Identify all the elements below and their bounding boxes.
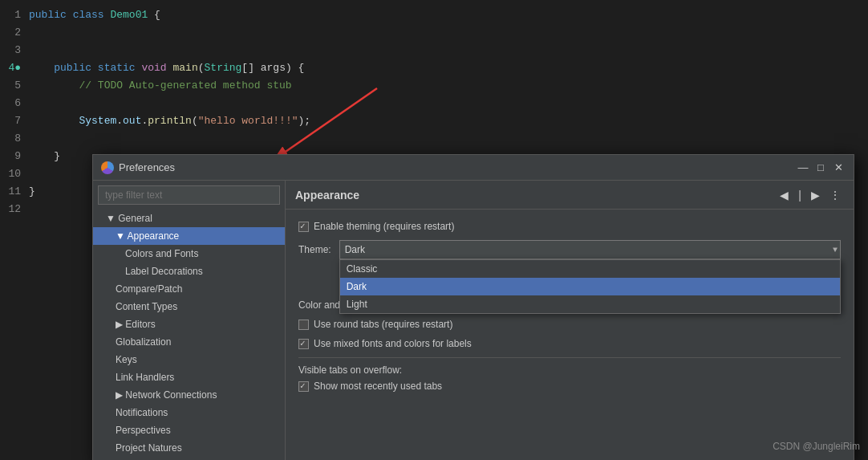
- mixed-fonts-row: Use mixed fonts and colors for labels: [298, 338, 841, 349]
- recent-tabs-label: Show most recently used tabs: [314, 381, 442, 392]
- enable-theming-row: Enable theming (requires restart): [298, 221, 841, 232]
- dialog-body: ▼ General ▼ Appearance Colors and Fonts …: [93, 181, 854, 460]
- theme-select-wrap: Dark ▼ Classic Dark Light: [339, 240, 841, 259]
- round-tabs-label: Use round tabs (requires restart): [314, 319, 452, 330]
- sidebar-item-keys[interactable]: Keys: [93, 351, 285, 368]
- sidebar-item-quick-search[interactable]: Quick Search: [93, 457, 285, 460]
- theme-select-value: Dark: [345, 244, 365, 255]
- recent-tabs-row: Show most recently used tabs: [298, 381, 841, 392]
- theme-label: Theme:: [298, 244, 331, 255]
- recent-tabs-checkbox[interactable]: [298, 381, 309, 392]
- dialog-title-text: Preferences: [119, 161, 175, 173]
- theme-select-box[interactable]: Dark: [339, 240, 841, 259]
- tree-container: ▼ General ▼ Appearance Colors and Fonts …: [93, 210, 285, 460]
- sidebar-item-appearance[interactable]: ▼ Appearance: [93, 227, 285, 245]
- maximize-button[interactable]: □: [813, 161, 828, 175]
- sidebar-item-content-types[interactable]: Content Types: [93, 298, 285, 315]
- content-title: Appearance: [295, 189, 359, 202]
- sidebar-item-globalization[interactable]: Globalization: [93, 333, 285, 351]
- menu-button[interactable]: ⋮: [826, 187, 844, 203]
- enable-theming-label: Enable theming (requires restart): [314, 221, 454, 232]
- sidebar-item-editors[interactable]: ▶ Editors: [93, 315, 285, 333]
- sidebar-item-network-connections[interactable]: ▶ Network Connections: [93, 386, 285, 404]
- sidebar-item-colors-fonts[interactable]: Colors and Fonts: [93, 245, 285, 263]
- eclipse-icon: [101, 161, 114, 174]
- theme-option-dark[interactable]: Dark: [340, 278, 840, 295]
- separator-btn: |: [795, 187, 805, 203]
- dialog-titlebar: Preferences — □ ✕: [93, 155, 854, 181]
- dialog-sidebar: ▼ General ▼ Appearance Colors and Fonts …: [93, 181, 286, 460]
- visible-tabs-label: Visible tabs on overflow:: [298, 364, 841, 376]
- theme-dropdown-menu: Classic Dark Light: [339, 259, 841, 314]
- close-button[interactable]: ✕: [831, 161, 846, 175]
- sidebar-item-general[interactable]: ▼ General: [93, 210, 285, 227]
- minimize-button[interactable]: —: [796, 161, 810, 175]
- content-toolbar: ◀ | ▶ ⋮: [777, 187, 844, 203]
- sidebar-item-link-handlers[interactable]: Link Handlers: [93, 368, 285, 386]
- theme-row: Theme: Dark ▼ Classic Dark Light: [298, 240, 841, 259]
- section-divider: [298, 357, 841, 358]
- round-tabs-checkbox[interactable]: [298, 320, 309, 330]
- sidebar-item-perspectives[interactable]: Perspectives: [93, 421, 285, 439]
- preferences-dialog: Preferences — □ ✕ ▼ General ▼ Appearance…: [92, 154, 854, 460]
- sidebar-item-project-natures[interactable]: Project Natures: [93, 439, 285, 457]
- sidebar-item-notifications[interactable]: Notifications: [93, 404, 285, 421]
- dialog-title-left: Preferences: [101, 161, 175, 174]
- enable-theming-checkbox[interactable]: [298, 222, 309, 232]
- theme-option-classic[interactable]: Classic: [340, 260, 840, 278]
- mixed-fonts-label: Use mixed fonts and colors for labels: [314, 338, 472, 349]
- content-header: Appearance ◀ | ▶ ⋮: [286, 181, 854, 210]
- content-area: Enable theming (requires restart) Theme:…: [286, 210, 854, 460]
- mixed-fonts-checkbox[interactable]: [298, 339, 309, 349]
- csdn-watermark: CSDN @JungleiRim: [773, 441, 860, 452]
- sidebar-item-label-decorations[interactable]: Label Decorations: [93, 263, 285, 280]
- forward-button[interactable]: ▶: [808, 187, 823, 203]
- theme-option-light[interactable]: Light: [340, 295, 840, 313]
- sidebar-item-compare-patch[interactable]: Compare/Patch: [93, 280, 285, 298]
- round-tabs-row: Use round tabs (requires restart): [298, 319, 841, 330]
- filter-input[interactable]: [98, 185, 280, 205]
- dialog-content: Appearance ◀ | ▶ ⋮ Enable theming (requi…: [286, 181, 854, 460]
- titlebar-controls: — □ ✕: [796, 161, 846, 175]
- back-button[interactable]: ◀: [777, 187, 792, 203]
